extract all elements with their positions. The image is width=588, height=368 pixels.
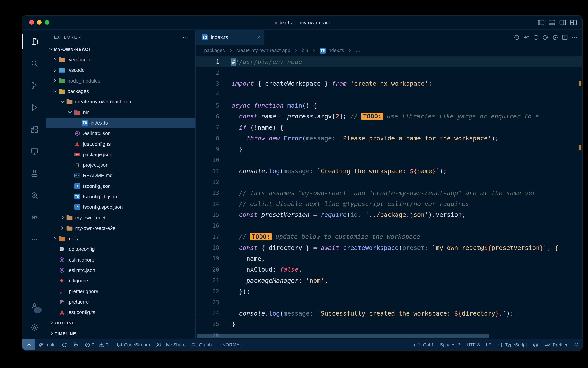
breadcrumb-item[interactable]: bin — [302, 48, 308, 53]
timeline-section-header[interactable]: TIMELINE — [46, 328, 195, 339]
code-line[interactable]: 21 packageManager: 'npm', — [196, 275, 582, 286]
code-line[interactable]: 19 name, — [196, 253, 582, 264]
tree-item--verdaccio[interactable]: .verdaccio — [46, 54, 195, 65]
activity-run-debug[interactable] — [22, 96, 46, 119]
customize-layout-icon[interactable] — [570, 20, 577, 26]
record-icon[interactable] — [533, 34, 539, 40]
code-line[interactable]: 10 — [196, 155, 582, 166]
title-bar[interactable]: index.ts — my-own-react — [22, 16, 582, 30]
status-codestream[interactable]: CodeStream — [114, 339, 153, 350]
code-line[interactable]: 16 — [196, 220, 582, 231]
activity-source-control[interactable] — [22, 74, 46, 96]
code-line[interactable]: 23 — [196, 297, 582, 308]
activity-nx-console[interactable]: N≥ — [22, 206, 46, 228]
status-encoding[interactable]: UTF-8 — [464, 339, 483, 350]
code-line[interactable]: 5async function main() { — [196, 100, 582, 111]
breadcrumb-item[interactable]: create-my-own-react-app — [237, 48, 290, 53]
breadcrumb-item[interactable]: … — [356, 48, 360, 53]
tree-item--gitignore[interactable]: .gitignore — [46, 276, 195, 286]
code-line[interactable]: 9 } — [196, 144, 582, 155]
tree-item-bin[interactable]: bin — [46, 107, 195, 118]
code-line[interactable]: 13 // This assumes "my-own-react" and "c… — [196, 187, 582, 198]
status-git-graph[interactable]: Git Graph — [189, 339, 215, 350]
toggle-sidebar-icon[interactable] — [538, 20, 544, 26]
code-line[interactable]: 7 if (!name) { — [196, 122, 582, 133]
tree-item-my-own-react-e2e[interactable]: my-own-react-e2e — [46, 223, 195, 234]
status-remote-indicator[interactable]: >< — [22, 339, 35, 350]
split-editor-icon[interactable] — [562, 34, 568, 40]
outline-section-header[interactable]: OUTLINE — [46, 317, 195, 328]
code-line[interactable]: 22 }); — [196, 286, 582, 297]
tree-item-tsconfig-lib-json[interactable]: TStsconfig.lib.json — [46, 191, 195, 202]
tree-item-tsconfig-json[interactable]: TStsconfig.json — [46, 181, 195, 191]
status-prettier[interactable]: Prettier — [542, 339, 571, 350]
code-editor[interactable]: 1#!/usr/bin/env node23import { createWor… — [196, 56, 582, 339]
tree-item--vscode[interactable]: .vscode — [46, 65, 195, 76]
open-changes-icon[interactable] — [523, 34, 529, 40]
code-line[interactable]: 6 const name = process.argv[2]; // TODO:… — [196, 111, 582, 122]
activity-settings[interactable] — [22, 317, 46, 339]
timeline-icon[interactable] — [514, 34, 520, 40]
tree-item--prettierignore[interactable]: .prettierignore — [46, 286, 195, 297]
tree-item-index-ts[interactable]: TSindex.ts — [46, 118, 195, 128]
status-git-sync[interactable] — [59, 339, 70, 350]
activity-gitlens[interactable] — [22, 184, 46, 206]
tree-item-packages[interactable]: packages — [46, 86, 195, 97]
breadcrumb-item[interactable]: TSindex.ts — [320, 48, 344, 54]
tree-item-tools[interactable]: tools — [46, 233, 195, 244]
nav-forward-icon[interactable] — [543, 34, 549, 40]
tree-item--editorconfig[interactable]: .editorconfig — [46, 244, 195, 255]
tree-item--eslintrc-json[interactable]: .eslintrc.json — [46, 265, 195, 276]
zoom-window-button[interactable] — [45, 20, 49, 25]
horizontal-scrollbar[interactable] — [196, 334, 489, 338]
code-line[interactable]: 1#!/usr/bin/env node — [196, 56, 582, 67]
status-vim-mode[interactable]: -- NORMAL -- — [215, 339, 249, 350]
tree-item--eslintignore[interactable]: .eslintignore — [46, 254, 195, 265]
code-line[interactable]: 20 nxCloud: false, — [196, 264, 582, 275]
explorer-more-icon[interactable]: ··· — [183, 34, 189, 40]
run-icon[interactable] — [552, 34, 558, 40]
status-git-branch[interactable]: main — [35, 339, 59, 350]
status-language-mode[interactable]: {}TypeScript — [494, 339, 530, 350]
toggle-secondary-sidebar-icon[interactable] — [560, 20, 566, 26]
more-actions-icon[interactable] — [571, 34, 578, 40]
code-line[interactable]: 14 // eslint-disable-next-line @typescri… — [196, 198, 582, 210]
workspace-section-header[interactable]: MY-OWN-REACT — [46, 44, 195, 54]
status-indentation[interactable]: Spaces: 2 — [437, 339, 464, 350]
tree-item-jest-config-ts[interactable]: jest.config.ts — [46, 307, 195, 317]
tree-item-jest-config-ts[interactable]: jest.config.ts — [46, 139, 195, 149]
tree-item-tsconfig-spec-json[interactable]: TStsconfig.spec.json — [46, 202, 195, 212]
code-line[interactable]: 25} — [196, 319, 582, 330]
tree-item-create-my-own-react-app[interactable]: create-my-own-react-app — [46, 96, 195, 107]
tree-item-package-json[interactable]: npmpackage.json — [46, 149, 195, 160]
status-feedback[interactable] — [530, 339, 542, 350]
activity-explorer[interactable] — [22, 30, 46, 53]
code-line[interactable]: 24 console.log(message: `Successfully cr… — [196, 308, 582, 319]
activity-testing[interactable] — [22, 162, 46, 184]
code-line[interactable]: 2 — [196, 67, 582, 78]
tree-item--eslintrc-json[interactable]: .eslintrc.json — [46, 128, 195, 139]
close-tab-icon[interactable]: × — [257, 34, 261, 40]
activity-more[interactable] — [22, 228, 46, 250]
code-line[interactable]: 4 — [196, 89, 582, 100]
activity-extensions[interactable] — [22, 119, 46, 140]
tree-item-my-own-react[interactable]: my-own-react — [46, 212, 195, 223]
code-line[interactable]: 17 // TODO: update below to customize th… — [196, 231, 582, 242]
toggle-panel-icon[interactable] — [549, 20, 555, 26]
tab-index-ts[interactable]: TSindex.ts× — [196, 30, 264, 45]
tree-item-readme-md[interactable]: README.md — [46, 170, 195, 181]
activity-accounts[interactable]: 1 — [22, 295, 46, 317]
status-problems[interactable]: 00 — [82, 339, 114, 350]
tree-item-project-json[interactable]: {}project.json — [46, 160, 195, 170]
code-line[interactable]: 12 — [196, 177, 582, 188]
status-eol[interactable]: LF — [483, 339, 494, 350]
code-line[interactable]: 15 const presetVersion = require(id: '..… — [196, 210, 582, 221]
status-cursor-position[interactable]: Ln 1, Col 1 — [408, 339, 437, 350]
breadcrumb-item[interactable]: packages — [204, 48, 225, 53]
status-git-graph-view[interactable] — [70, 339, 82, 350]
close-window-button[interactable] — [29, 20, 34, 25]
code-line[interactable]: 8 throw new Error(message: 'Please provi… — [196, 133, 582, 144]
activity-search[interactable] — [22, 53, 46, 74]
tree-item--prettierrc[interactable]: .prettierrc — [46, 297, 195, 307]
status-live-share[interactable]: Live Share — [153, 339, 189, 350]
